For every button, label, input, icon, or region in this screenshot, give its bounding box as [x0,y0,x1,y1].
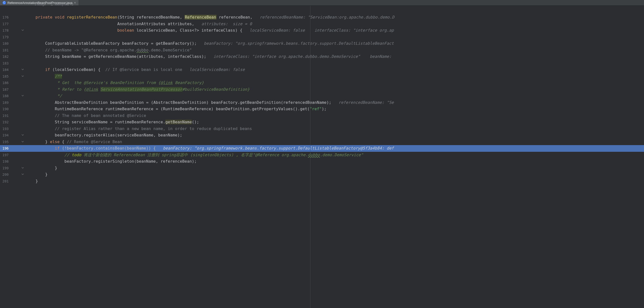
line-number[interactable]: 196 [0,145,26,152]
code-line: // register Alias rather than a new bean… [26,125,644,132]
line-number[interactable]: 179 [0,34,26,41]
fold-marker-icon[interactable] [22,73,24,80]
code-area[interactable]: private void registerReferenceBean(Strin… [26,6,644,308]
line-number[interactable]: 192 [0,119,26,125]
code-line: boolean localServiceBean, Class<?> inter… [26,27,644,34]
code-line: if (localServiceBean) { // If @Service b… [26,67,644,73]
right-margin-guide [310,6,310,308]
fold-marker-icon[interactable] [22,27,24,34]
line-number[interactable]: 185 [0,73,26,80]
code-line: */ [26,93,644,99]
line-number[interactable]: 181 [0,47,26,54]
line-number[interactable]: 184 [0,67,26,73]
code-line: ConfigurableListableBeanFactory beanFact… [26,40,644,47]
code-line: String beanName = getReferenceBeanName(a… [26,53,644,60]
editor: 1 usage Mercy Ma +2 17617717817918018118… [0,6,644,308]
line-number[interactable]: 188 [0,93,26,99]
code-line: beanFactory.registerSingleton(beanName, … [26,158,644,165]
line-number[interactable]: 195 [0,139,26,145]
line-number[interactable]: 186 [0,80,26,86]
fold-marker-icon[interactable] [22,171,24,178]
code-line: /** [26,73,644,80]
fold-marker-icon[interactable] [22,145,24,152]
line-number[interactable]: 183 [0,60,26,67]
code-line: // todo 将这个新创建的 ReferenceBean 注册到 spring… [26,152,644,159]
code-line: } [26,165,644,172]
line-number[interactable]: 201 [0,178,26,185]
code-line: beanFactory.registerAlias(serviceBeanNam… [26,132,644,139]
line-number[interactable]: 197 [0,152,26,159]
code-line-highlighted: if (!beanFactory.containsBean(beanName))… [26,145,644,152]
line-number[interactable]: 200 [0,171,26,178]
fold-marker-icon[interactable] [22,93,24,99]
fold-marker-icon[interactable] [22,165,24,172]
code-line: // beanName -> "@Reference org.apache.du… [26,47,644,54]
code-line: AbstractBeanDefinition beanDefinition = … [26,99,644,106]
code-line: RuntimeBeanReference runtimeBeanReferenc… [26,106,644,112]
code-line: * Refer to {@link ServiceAnnotationBeanP… [26,86,644,93]
fold-marker-icon[interactable] [22,139,24,145]
line-number[interactable]: 191 [0,112,26,119]
line-number[interactable]: 177 [0,21,26,28]
code-line: // The name of bean annotated @Service [26,112,644,119]
code-line: } [26,171,644,178]
line-number[interactable]: 194 [0,132,26,139]
code-line: private void registerReferenceBean(Strin… [26,14,644,21]
code-line: } else { // Remote @Service Bean [26,139,644,145]
line-number[interactable]: 189 [0,99,26,106]
line-number[interactable]: 176 [0,14,26,21]
line-number[interactable]: 180 [0,40,26,47]
fold-marker-icon[interactable] [22,132,24,139]
code-line: AnnotationAttributes attributes, attribu… [26,21,644,28]
fold-marker-icon[interactable] [22,67,24,73]
line-number[interactable]: 182 [0,53,26,60]
code-line [26,60,644,67]
line-number[interactable]: 199 [0,165,26,172]
line-number[interactable]: 187 [0,86,26,93]
gutter[interactable]: 1761771781791801811821831841851861871881… [0,6,26,308]
line-number[interactable]: 193 [0,125,26,132]
line-number[interactable]: 178 [0,27,26,34]
code-line: String serviceBeanName = runtimeBeanRefe… [26,119,644,125]
code-line [26,34,644,41]
code-line: } [26,178,644,185]
code-line: * Get the @Service's BeanDefinition from… [26,80,644,86]
line-number[interactable]: 190 [0,106,26,112]
line-number[interactable]: 198 [0,158,26,165]
